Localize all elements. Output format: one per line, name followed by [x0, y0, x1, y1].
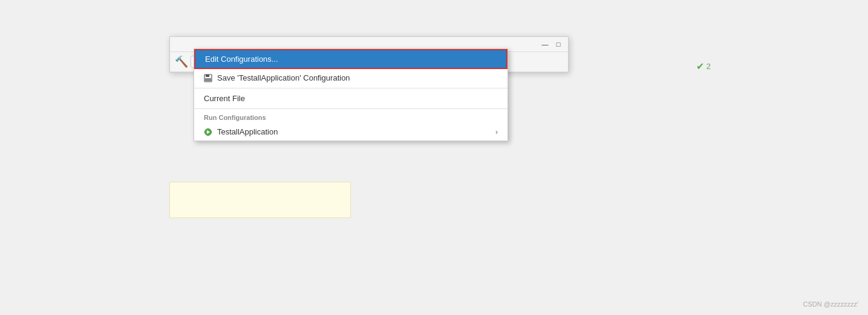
- testall-application-label: TestallApplication: [217, 127, 278, 136]
- menu-item-testall-application[interactable]: TestallApplication ›: [194, 123, 507, 141]
- hint-area: [169, 182, 351, 218]
- check-badge: ✔ 2: [696, 61, 711, 72]
- divider-1: [194, 88, 507, 88]
- minimize-button[interactable]: —: [540, 39, 550, 49]
- hammer-icon[interactable]: 🔨: [175, 55, 188, 68]
- check-count: 2: [706, 62, 711, 71]
- run-configurations-section: Run Configurations: [194, 110, 507, 123]
- maximize-button[interactable]: □: [553, 39, 563, 49]
- watermark: CSDN @zzzzzzzz': [803, 300, 859, 308]
- save-configuration-label: Save 'TestallApplication' Configuration: [217, 73, 350, 82]
- menu-item-edit-configurations[interactable]: Edit Configurations...: [194, 49, 507, 69]
- submenu-chevron-icon: ›: [495, 128, 498, 136]
- save-icon: [204, 74, 212, 82]
- check-icon: ✔: [696, 61, 704, 72]
- edit-configurations-label: Edit Configurations...: [205, 55, 278, 64]
- current-file-label: Current File: [204, 94, 245, 103]
- svg-rect-1: [206, 75, 209, 77]
- dropdown-menu: Edit Configurations... Save 'TestallAppl…: [194, 48, 508, 141]
- menu-item-current-file[interactable]: Current File: [194, 90, 507, 107]
- testall-app-icon: [204, 128, 212, 136]
- divider-2: [194, 108, 507, 109]
- menu-item-save-configuration[interactable]: Save 'TestallApplication' Configuration: [194, 69, 507, 87]
- svg-rect-2: [205, 78, 211, 81]
